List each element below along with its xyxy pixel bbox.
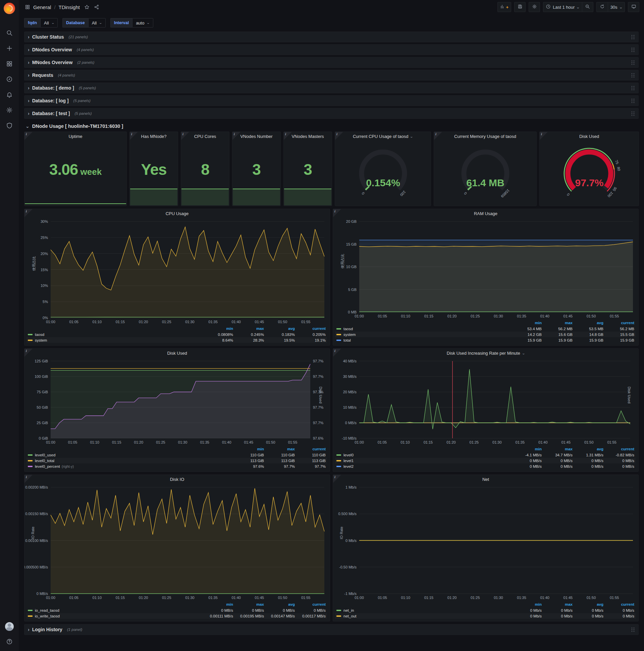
variable-label-fqdn[interactable]: fqdn	[24, 18, 40, 28]
variable-value-fqdn[interactable]: All⌄	[40, 18, 58, 28]
gear-icon[interactable]	[6, 107, 13, 114]
legend-series-level0[interactable]: level0	[336, 453, 354, 457]
legend-col-current[interactable]: current	[296, 446, 327, 452]
panel-title-ram-usage[interactable]: RAM Usage	[333, 209, 638, 218]
variable-label-Interval[interactable]: Interval	[110, 18, 132, 28]
legend-series-io_read_taosd[interactable]: io_read_taosd	[28, 609, 59, 612]
legend-col-avg[interactable]: avg	[574, 446, 605, 452]
shield-icon[interactable]	[6, 122, 13, 129]
panel-title-disk-used-increasing-rate-per-minute[interactable]: Disk Used Increasing Rate per Minute⌄	[333, 349, 638, 358]
row-drag-handle[interactable]	[631, 627, 635, 632]
row-cluster-status[interactable]: ›Cluster Status(21 panels)	[24, 32, 639, 42]
apps-icon[interactable]	[6, 60, 13, 67]
row-mnodes-overview[interactable]: ›MNodes Overview(2 panels)	[24, 57, 639, 68]
row-dnode-usage[interactable]: ⌄ DNode Usage [ huolinhe-TM1701:6030 ]	[24, 121, 639, 131]
legend-col-max[interactable]: max	[265, 446, 296, 452]
panel-info-corner[interactable]: i	[25, 209, 33, 217]
row-drag-handle[interactable]	[631, 73, 635, 78]
legend-col-avg[interactable]: avg	[265, 602, 296, 608]
legend-series-total[interactable]: total	[336, 338, 351, 342]
legend-col-current[interactable]: current	[296, 602, 327, 608]
chart-svg-rate[interactable]: -10 MB/s0 MB/s10 MB/s20 MB/s30 MB/s40 MB…	[333, 358, 638, 446]
plus-icon[interactable]	[6, 45, 13, 52]
row-drag-handle[interactable]	[631, 111, 635, 116]
row-drag-handle[interactable]	[631, 86, 635, 91]
grafana-logo[interactable]	[4, 3, 15, 14]
panel-info-corner[interactable]: i	[333, 209, 341, 217]
legend-series-level2[interactable]: level2	[336, 464, 354, 468]
dashboard-settings-button[interactable]	[528, 2, 540, 12]
legend-series-io_write_taosd[interactable]: io_write_taosd	[28, 614, 60, 618]
row-drag-handle[interactable]	[631, 98, 635, 103]
variable-value-Database[interactable]: All⌄	[88, 18, 106, 28]
panel-title-disk-used[interactable]: Disk Used	[540, 132, 639, 141]
search-icon[interactable]	[6, 30, 13, 36]
legend-col-min[interactable]: min	[512, 602, 543, 608]
legend-col-min[interactable]: min	[234, 446, 265, 452]
legend-series-level0_total[interactable]: level0_total	[28, 459, 54, 463]
panel-info-corner[interactable]: i	[25, 132, 33, 140]
share-icon[interactable]	[94, 4, 99, 10]
panel-title-uptime[interactable]: Uptime	[25, 132, 126, 141]
legend-col-min[interactable]: min	[203, 602, 234, 608]
chart-plot-ram[interactable]: 0 MB5 GB10 GB15 GB20 GB01:0001:0501:1001…	[333, 218, 638, 319]
panel-title-cpu-usage[interactable]: CPU Usage	[25, 209, 330, 218]
breadcrumb-dashboard[interactable]: TDinsight	[59, 4, 80, 10]
panel-info-corner[interactable]: i	[284, 132, 292, 140]
chart-plot-io[interactable]: 0 MB/s0.000500 MB/s0.00100 MB/s0.00150 M…	[25, 484, 330, 601]
legend-col-current[interactable]: current	[296, 326, 327, 332]
legend-col-max[interactable]: max	[543, 446, 574, 452]
refresh-interval-picker[interactable]: 30s ⌄	[608, 2, 625, 12]
legend-col-avg[interactable]: avg	[574, 602, 605, 608]
panel-info-corner[interactable]: i	[333, 349, 341, 357]
legend-series-level0_used[interactable]: level0_used	[28, 453, 55, 457]
legend-col-min[interactable]: min	[512, 446, 543, 452]
panel-info-corner[interactable]: i	[181, 132, 189, 140]
chart-plot-cpu[interactable]: 0%5%10%15%20%25%30%01:0001:0501:1001:150…	[25, 218, 330, 325]
legend-series-system[interactable]: system	[28, 338, 47, 342]
panel-info-corner[interactable]: i	[434, 132, 442, 140]
legend-col-max[interactable]: max	[234, 602, 265, 608]
panel-title-disk-used[interactable]: Disk Used	[25, 349, 330, 358]
legend-col-avg[interactable]: avg	[265, 326, 296, 332]
panel-info-corner[interactable]: i	[540, 132, 548, 140]
row-login-history[interactable]: ›Login History(1 panel)	[24, 624, 639, 635]
row-database-test-[interactable]: ›Database: [ test ](5 panels)	[24, 108, 639, 119]
save-dashboard-button[interactable]	[514, 2, 525, 12]
row-database-log-[interactable]: ›Database: [ log ](5 panels)	[24, 95, 639, 106]
legend-series-system[interactable]: system	[336, 333, 356, 337]
panel-info-corner[interactable]: i	[25, 349, 33, 357]
row-database-demo-[interactable]: ›Database: [ demo ](5 panels)	[24, 83, 639, 93]
legend-col-current[interactable]: current	[605, 602, 636, 608]
row-drag-handle[interactable]	[631, 35, 635, 40]
chart-plot-disk[interactable]: 0 GiB25 GiB50 GiB75 GiB100 GiB125 GiB97.…	[25, 358, 330, 446]
legend-col-current[interactable]: current	[605, 446, 636, 452]
chart-svg-net[interactable]: -1 Mb/s-0.50 Mb/s0 Mb/s0.500 Mb/s1 Mb/s0…	[333, 484, 638, 601]
variable-label-Database[interactable]: Database	[62, 18, 88, 28]
help-icon[interactable]	[6, 638, 13, 645]
legend-series-taosd[interactable]: taosd	[28, 333, 44, 337]
bell-icon[interactable]	[6, 91, 13, 98]
legend-col-max[interactable]: max	[234, 326, 265, 332]
chart-svg-disk[interactable]: 0 GiB25 GiB50 GiB75 GiB100 GiB125 GiB97.…	[25, 358, 330, 446]
compass-icon[interactable]	[6, 76, 13, 83]
row-drag-handle[interactable]	[631, 47, 635, 52]
star-icon[interactable]	[84, 4, 90, 10]
chart-svg-io[interactable]: 0 MB/s0.000500 MB/s0.00100 MB/s0.00150 M…	[25, 484, 330, 601]
legend-col-avg[interactable]: avg	[574, 320, 605, 326]
legend-col-min[interactable]: min	[203, 326, 234, 332]
zoom-out-time-button[interactable]	[582, 2, 593, 12]
breadcrumb-folder[interactable]: General	[33, 4, 51, 10]
row-drag-handle[interactable]	[631, 60, 635, 65]
panel-title-net[interactable]: Net	[333, 475, 638, 484]
row-dnodes-overview[interactable]: ›DNodes Overview(4 panels)	[24, 44, 639, 55]
legend-series-taosd[interactable]: taosd	[336, 327, 353, 331]
avatar[interactable]	[5, 622, 14, 631]
panel-title-disk-io[interactable]: Disk IO	[25, 475, 330, 484]
chart-plot-rate[interactable]: -10 MB/s0 MB/s10 MB/s20 MB/s30 MB/s40 MB…	[333, 358, 638, 446]
panel-info-corner[interactable]: i	[25, 475, 33, 483]
legend-series-level0_percent[interactable]: level0_percent(right-y)	[28, 464, 74, 468]
panel-info-corner[interactable]: i	[130, 132, 138, 140]
legend-series-net_out[interactable]: net_out	[336, 614, 356, 618]
panel-info-corner[interactable]: i	[335, 132, 343, 140]
